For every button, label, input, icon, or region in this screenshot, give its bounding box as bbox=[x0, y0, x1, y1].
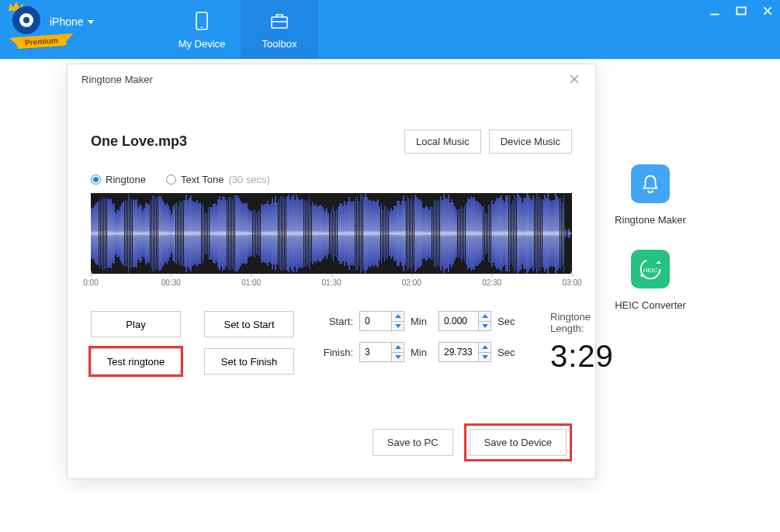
local-music-button[interactable]: Local Music bbox=[404, 130, 481, 154]
stepper-up-icon[interactable] bbox=[392, 343, 404, 353]
timeline-tick: 01:30 bbox=[321, 274, 341, 282]
timeline: 0:0000:3001:0001:3002:0002:3003:00 bbox=[91, 274, 572, 291]
finish-sec-field[interactable] bbox=[439, 343, 478, 361]
radio-hint: (30 secs) bbox=[228, 174, 269, 185]
radio-dot-icon bbox=[91, 174, 101, 185]
svg-marker-19 bbox=[482, 324, 488, 328]
svg-rect-2 bbox=[272, 17, 287, 28]
min-unit: Min bbox=[411, 347, 432, 358]
timeline-tick: 02:30 bbox=[482, 274, 501, 282]
dialog-header: Ringtone Maker bbox=[68, 64, 595, 94]
main-tabs: My Device Toolbox bbox=[163, 0, 318, 59]
tool-ringtone-maker[interactable]: Ringtone Maker bbox=[604, 164, 697, 226]
timeline-tick: 02:00 bbox=[402, 274, 421, 282]
svg-marker-23 bbox=[482, 355, 488, 359]
timeline-tick: 00:30 bbox=[161, 274, 181, 282]
bell-icon bbox=[631, 164, 670, 203]
logo-area: Premium iPhone bbox=[0, 0, 163, 59]
minimize-button[interactable] bbox=[709, 5, 721, 17]
start-min-field[interactable] bbox=[360, 312, 391, 330]
finish-min-input[interactable] bbox=[359, 342, 404, 362]
save-to-device-highlight: Save to Device bbox=[464, 423, 572, 461]
radio-label: Ringtone bbox=[106, 174, 146, 185]
start-label: Start: bbox=[317, 316, 353, 327]
svg-rect-5 bbox=[737, 7, 745, 14]
tablet-icon bbox=[191, 10, 213, 32]
min-unit: Min bbox=[411, 316, 432, 327]
svg-marker-18 bbox=[482, 314, 488, 318]
ringtone-length-value: 3:29 bbox=[550, 339, 614, 374]
sec-unit: Sec bbox=[497, 347, 519, 358]
timeline-tick: 01:00 bbox=[241, 274, 261, 282]
timeline-tick: 03:00 bbox=[562, 274, 581, 282]
device-selector[interactable]: iPhone bbox=[50, 16, 94, 28]
window-controls bbox=[709, 5, 774, 17]
svg-marker-21 bbox=[395, 355, 401, 359]
device-music-button[interactable]: Device Music bbox=[489, 130, 572, 154]
svg-marker-16 bbox=[395, 314, 401, 318]
tab-my-device[interactable]: My Device bbox=[163, 0, 241, 59]
finish-min-field[interactable] bbox=[360, 343, 391, 361]
svg-marker-20 bbox=[395, 345, 401, 349]
tool-label: HEIC Converter bbox=[604, 299, 697, 311]
svg-marker-17 bbox=[395, 324, 401, 328]
stepper-down-icon[interactable] bbox=[479, 353, 491, 362]
play-button[interactable]: Play bbox=[91, 311, 181, 337]
svg-point-1 bbox=[201, 26, 203, 28]
app-bar: Premium iPhone My Device Toolbox bbox=[0, 0, 780, 59]
radio-dot-icon bbox=[166, 174, 176, 185]
maximize-button[interactable] bbox=[735, 5, 747, 17]
app-logo: Premium bbox=[12, 6, 40, 34]
toolbox-icon bbox=[269, 10, 290, 32]
waveform[interactable]: 0:0000:3001:0001:3002:0002:3003:00 bbox=[91, 193, 572, 291]
save-to-device-button[interactable]: Save to Device bbox=[470, 429, 567, 456]
device-selector-label: iPhone bbox=[50, 16, 84, 28]
waveform-bars bbox=[91, 193, 572, 274]
radio-ringtone[interactable]: Ringtone bbox=[91, 174, 146, 185]
stepper-down-icon[interactable] bbox=[392, 353, 404, 362]
test-ringtone-button[interactable]: Test ringtone bbox=[91, 348, 181, 375]
ringtone-length-label: Ringtone Length: bbox=[550, 311, 614, 334]
tab-toolbox[interactable]: Toolbox bbox=[241, 0, 318, 59]
start-sec-input[interactable] bbox=[439, 311, 491, 331]
premium-badge: Premium bbox=[17, 34, 67, 49]
start-marker-icon[interactable] bbox=[91, 268, 95, 274]
radio-text-tone[interactable]: Text Tone(30 secs) bbox=[166, 174, 270, 185]
set-to-finish-button[interactable]: Set to Finish bbox=[204, 348, 294, 375]
stepper-down-icon[interactable] bbox=[392, 322, 404, 331]
svg-marker-22 bbox=[482, 345, 488, 349]
tool-label: Ringtone Maker bbox=[604, 214, 697, 226]
close-button[interactable] bbox=[761, 5, 774, 17]
stepper-up-icon[interactable] bbox=[479, 343, 491, 353]
stepper-up-icon[interactable] bbox=[392, 312, 404, 322]
finish-sec-input[interactable] bbox=[439, 342, 491, 362]
start-sec-field[interactable] bbox=[439, 312, 478, 330]
set-to-start-button[interactable]: Set to Start bbox=[204, 311, 294, 337]
save-to-pc-button[interactable]: Save to PC bbox=[373, 429, 453, 456]
tab-label: My Device bbox=[179, 38, 226, 50]
svg-text:HEIC: HEIC bbox=[643, 267, 658, 274]
eye-icon bbox=[12, 6, 40, 34]
close-icon[interactable] bbox=[567, 72, 581, 86]
stepper-up-icon[interactable] bbox=[479, 312, 491, 322]
tool-heic-converter[interactable]: HEIC HEIC Converter bbox=[604, 250, 697, 311]
dialog-title: Ringtone Maker bbox=[81, 74, 153, 85]
file-name: One Love.mp3 bbox=[91, 133, 187, 150]
timeline-tick: 0:00 bbox=[83, 274, 98, 282]
finish-label: Finish: bbox=[317, 347, 353, 358]
sec-unit: Sec bbox=[497, 316, 519, 327]
stepper-down-icon[interactable] bbox=[479, 322, 491, 331]
heic-icon: HEIC bbox=[631, 250, 670, 288]
svg-marker-9 bbox=[656, 261, 661, 264]
tab-label: Toolbox bbox=[262, 38, 297, 50]
end-marker-icon[interactable] bbox=[568, 268, 572, 274]
chevron-down-icon bbox=[88, 20, 94, 24]
start-min-input[interactable] bbox=[359, 311, 404, 331]
ringtone-maker-dialog: Ringtone Maker One Love.mp3 Local Music … bbox=[67, 64, 596, 479]
radio-label: Text Tone bbox=[181, 174, 224, 185]
